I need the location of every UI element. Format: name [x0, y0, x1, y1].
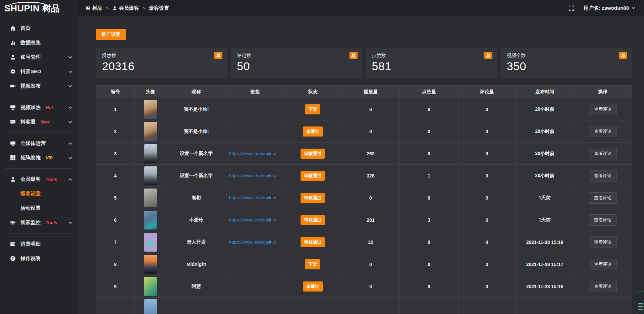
- gear-icon: [10, 69, 16, 74]
- view-comments-button[interactable]: 查看评论: [589, 126, 616, 137]
- view-comments-button[interactable]: 查看评论: [589, 104, 616, 115]
- sidebar-item-home[interactable]: 首页: [0, 21, 78, 36]
- status-badge: 审核通过: [301, 149, 325, 159]
- cell-nickname: 小爱玲: [166, 209, 226, 231]
- video-link[interactable]: https://www.iesdouyin.c: [229, 195, 283, 200]
- main-content: 推广设置 播放数 20316 总 评论数 50 总 点赞数 581 总 视频个数…: [78, 16, 644, 314]
- breadcrumb-separator: >: [106, 6, 109, 11]
- col-header-status: 状态: [284, 86, 341, 98]
- cell-comments: 0: [458, 209, 516, 231]
- breadcrumb-item-member-baoke[interactable]: 会员爆客: [112, 5, 139, 11]
- view-comments-button[interactable]: 查看评论: [589, 214, 616, 226]
- cell-nickname: 我不是小帅!: [166, 98, 226, 120]
- video-link[interactable]: https://www.iesdouyin.c: [229, 240, 283, 245]
- logo[interactable]: SHUPIN 树品: [0, 0, 78, 17]
- sidebar-subitem-activity-settings[interactable]: 活动设置: [0, 201, 78, 215]
- status-badge: 未通过: [303, 126, 323, 137]
- cell-comments: 0: [458, 187, 516, 209]
- screen-icon: [10, 105, 16, 110]
- view-comments-button[interactable]: 查看评论: [589, 170, 616, 181]
- cell-likes: 0: [400, 143, 458, 165]
- cell-nickname: 老人开店: [166, 231, 226, 253]
- col-header-plays: 播放量: [341, 86, 400, 98]
- sidebar-item-video-publish[interactable]: 视频发布: [0, 79, 78, 93]
- table-row: 6 小爱玲 https://www.iesdouyin.c 审核通过 281 3…: [96, 209, 632, 231]
- cell-id: 3: [96, 143, 135, 165]
- cell-plays: 0: [341, 120, 400, 143]
- member-icon: [10, 176, 16, 182]
- chevron-down-icon: [68, 56, 72, 59]
- video-link[interactable]: https://www.iesdouyin.c: [229, 151, 283, 156]
- cell-plays: 263: [341, 143, 400, 165]
- cell-publish-time: 20小时前: [516, 98, 574, 120]
- view-comments-button[interactable]: 查看评论: [589, 281, 616, 292]
- cell-publish-time: 2021-11-28 15:16: [516, 275, 574, 298]
- fullscreen-icon[interactable]: [569, 5, 574, 11]
- video-link[interactable]: https://www.iesdouyin.c: [229, 173, 283, 178]
- sidebar-item-video-heat[interactable]: 视频加热 Hot: [0, 100, 78, 115]
- grid-icon: [10, 155, 16, 161]
- total-badge: 总: [350, 52, 358, 59]
- sidebar-item-account-management[interactable]: 账号管理: [0, 50, 78, 64]
- cell-nickname: 设置一个新名字: [166, 165, 226, 187]
- avatar: [144, 189, 157, 207]
- video-link[interactable]: https://www.iesdouyin.c: [229, 217, 283, 222]
- cell-likes: 3: [400, 209, 458, 231]
- sidebar-item-douyin-seo[interactable]: 抖音SEO: [0, 64, 78, 79]
- sidebar-subitem-baoke-settings[interactable]: 爆客设置: [0, 187, 78, 201]
- total-badge: 总: [214, 52, 222, 59]
- table-header-row: 编号 头像 昵称 链接 状态 播放量 点赞量 评论量 发布时间 操作: [96, 86, 632, 98]
- avatar: [144, 277, 157, 296]
- cell-publish-time: 20小时前: [516, 143, 574, 165]
- sidebar-divider: [5, 133, 73, 133]
- cell-plays: 35: [341, 231, 400, 253]
- col-header-avatar: 头像: [135, 86, 166, 98]
- table-row: 4 设置一个新名字 https://www.iesdouyin.c 审核通过 3…: [96, 165, 632, 187]
- table-row-partial: [96, 298, 632, 314]
- bar-chart-icon: [10, 40, 16, 46]
- cell-likes: 0: [400, 275, 458, 298]
- cell-likes: 1: [400, 165, 458, 187]
- promotion-settings-button[interactable]: 推广设置: [96, 29, 126, 40]
- avatar: [144, 166, 157, 185]
- video-camera-icon: [10, 83, 16, 89]
- user-menu[interactable]: 用户名: zswodun88: [584, 5, 635, 11]
- avatar: [144, 100, 157, 119]
- cell-id: 2: [96, 120, 135, 143]
- view-comments-button[interactable]: 查看评论: [589, 148, 616, 159]
- floating-widget[interactable]: [636, 291, 644, 314]
- stat-value: 581: [372, 60, 491, 73]
- new-tag: New: [41, 119, 50, 124]
- cell-comments: 0: [458, 253, 516, 275]
- cell-plays: 328: [341, 165, 400, 187]
- chevron-down-icon: [68, 85, 72, 88]
- sidebar-item-lead-monitor[interactable]: 线索监控 Tools: [0, 215, 78, 230]
- breadcrumb: 树品 > 会员爆客 > 爆客设置: [86, 5, 169, 11]
- sidebar-item-member-baoke[interactable]: 会员爆客 Tools: [0, 172, 78, 187]
- table-row: 5 老彬 https://www.iesdouyin.c 审核通过 0 0 0 …: [96, 187, 632, 209]
- chevron-down-icon: [632, 7, 635, 9]
- sidebar-item-instructions[interactable]: ? 操作说明: [0, 251, 78, 266]
- view-comments-button[interactable]: 查看评论: [589, 192, 616, 204]
- sidebar-item-data-overview[interactable]: 数据总览: [0, 36, 78, 50]
- cell-comments: 0: [458, 231, 516, 253]
- cell-nickname: Midnight: [166, 253, 226, 275]
- sidebar-item-omni-media[interactable]: 全媒体运营: [0, 136, 78, 151]
- status-badge: 未通过: [303, 281, 323, 292]
- username-label: 用户名: zswodun88: [584, 5, 629, 11]
- sidebar-item-matrix-boost[interactable]: 矩阵助推 VIP: [0, 151, 78, 165]
- sidebar-item-consumption-details[interactable]: 消费明细: [0, 237, 78, 251]
- avatar: [144, 144, 157, 163]
- breadcrumb-item-home[interactable]: 树品: [86, 5, 102, 11]
- sidebar-item-doketong[interactable]: 抖客通 New: [0, 115, 78, 129]
- status-badge: 下架: [305, 104, 320, 114]
- view-comments-button[interactable]: 查看评论: [589, 259, 616, 270]
- cell-likes: 0: [400, 98, 458, 120]
- cell-id: [96, 298, 135, 314]
- cell-likes: 0: [400, 231, 458, 253]
- cell-likes: 0: [400, 120, 458, 143]
- cell-id: 6: [96, 209, 135, 231]
- stat-label: 视频个数: [507, 53, 626, 59]
- view-comments-button[interactable]: 查看评论: [589, 237, 616, 248]
- status-badge: 审核通过: [301, 171, 325, 181]
